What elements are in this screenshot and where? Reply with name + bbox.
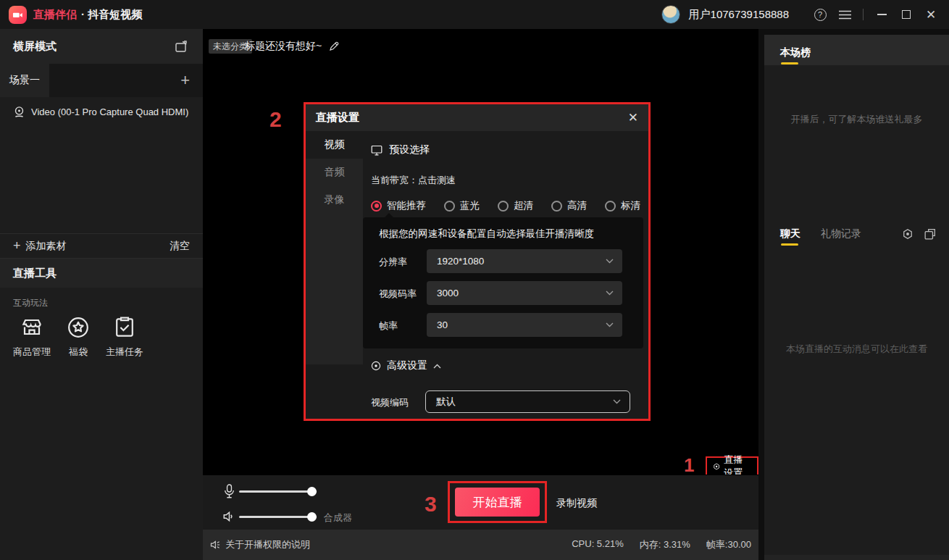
scene-tabs-row: 场景一 + <box>0 64 203 97</box>
bitrate-select[interactable]: 3000 <box>427 281 622 305</box>
tab-session-ranking[interactable]: 本场榜 <box>780 46 811 59</box>
tools-title: 直播工具 <box>13 267 57 280</box>
framerate-label: 帧率 <box>379 319 398 333</box>
radio-blu-ray[interactable]: 蓝光 <box>444 199 480 212</box>
scene-tab-1[interactable]: 场景一 <box>0 64 49 97</box>
chevron-down-icon <box>606 322 614 327</box>
radio-icon <box>444 201 455 212</box>
close-button[interactable]: ✕ <box>919 4 943 25</box>
tab-gift-record[interactable]: 礼物记录 <box>821 227 861 241</box>
minimize-button[interactable] <box>869 4 894 25</box>
resolution-select[interactable]: 1920*1080 <box>427 249 622 273</box>
controls-bar: 合成器 3 开始直播 录制视频 <box>203 475 758 530</box>
active-tab-underline <box>781 62 798 64</box>
left-sidebar: 横屏模式 场景一 + Video (00-1 Pro Capture Quad … <box>0 29 203 560</box>
maximize-button[interactable] <box>894 4 919 25</box>
chat-header: 聊天 礼物记录 <box>764 218 949 250</box>
webcam-icon <box>13 106 25 118</box>
clipboard-check-icon <box>112 315 137 340</box>
chevron-down-icon <box>606 291 614 296</box>
chevron-down-icon <box>606 259 614 264</box>
right-panel: 本场榜 开播后，可了解本场谁送礼最多 聊天 礼物记录 本场直播的互动消息可以在此… <box>764 29 949 560</box>
mixer-volume-slider[interactable] <box>239 516 317 518</box>
dialog-title: 直播设置 <box>316 111 359 125</box>
radio-ultra-clear[interactable]: 超清 <box>498 199 533 212</box>
title-bar: 直播伴侣 · 抖音短视频 用户1076739158888 ? ✕ <box>0 0 949 29</box>
tool-goods-manage[interactable]: 商品管理 <box>13 315 51 359</box>
app-name: 直播伴侣 <box>33 8 77 22</box>
mixer-label: 合成器 <box>324 511 352 525</box>
radio-high-clear[interactable]: 高清 <box>551 199 587 212</box>
dialog-title-bar: 直播设置 ✕ <box>306 104 648 131</box>
ranking-header: 本场榜 <box>764 35 949 65</box>
add-material-row: + 添加素材 清空 <box>0 233 203 259</box>
microphone-icon[interactable] <box>223 484 235 498</box>
dialog-tab-rail: 视频 音频 录像 <box>306 131 363 364</box>
add-material-button[interactable]: + 添加素材 <box>13 238 67 254</box>
bandwidth-label[interactable]: 当前带宽：点击测速 <box>371 174 456 187</box>
radio-icon <box>551 201 562 212</box>
app-subtitle: · 抖音短视频 <box>81 8 142 22</box>
radio-standard-clear[interactable]: 标清 <box>605 199 640 212</box>
rotate-screen-icon[interactable] <box>175 41 188 53</box>
memory-stat: 内存: 3.31% <box>640 538 690 551</box>
username[interactable]: 用户1076739158888 <box>689 8 789 22</box>
help-icon[interactable]: ? <box>808 4 832 25</box>
stream-title-row: 标题还没有想好~ <box>245 40 339 53</box>
framerate-select[interactable]: 30 <box>427 313 622 337</box>
preset-section-label: 预设选择 <box>389 143 430 156</box>
dialog-tab-audio[interactable]: 音频 <box>306 159 363 186</box>
plus-icon: + <box>13 238 21 254</box>
dialog-tab-record[interactable]: 录像 <box>306 186 363 214</box>
ranking-empty-text: 开播后，可了解本场谁送礼最多 <box>764 113 949 126</box>
preset-section-row: 预设选择 <box>371 143 430 156</box>
start-live-button[interactable]: 开始直播 <box>455 488 540 517</box>
dialog-close-icon[interactable]: ✕ <box>628 110 638 125</box>
resolution-label: 分辨率 <box>379 256 407 269</box>
tab-chat[interactable]: 聊天 <box>780 227 800 241</box>
app-window: 直播伴侣 · 抖音短视频 用户1076739158888 ? ✕ 横屏模式 场景… <box>0 0 949 560</box>
source-item[interactable]: Video (00-1 Pro Capture Quad HDMI) <box>0 101 203 122</box>
stream-title: 标题还没有想好~ <box>245 40 322 53</box>
status-bar: 关于开播权限的说明 CPU: 5.21% 内存: 3.31% 帧率:30.00 <box>203 530 758 560</box>
add-scene-icon[interactable]: + <box>180 71 190 90</box>
menu-icon[interactable] <box>832 4 857 25</box>
start-live-annotation-box: 开始直播 <box>448 481 547 523</box>
chat-empty-text: 本场直播的互动消息可以在此查看 <box>764 343 949 356</box>
record-video-button[interactable]: 录制视频 <box>556 497 597 510</box>
tool-lucky-bag[interactable]: 福袋 <box>59 315 97 359</box>
radio-icon <box>498 201 509 212</box>
encoder-select[interactable]: 默认 <box>425 390 630 413</box>
chevron-down-icon <box>613 399 621 404</box>
tools-row: 商品管理 福袋 主播任务 <box>13 315 143 359</box>
mic-volume-slider[interactable] <box>239 490 317 493</box>
auto-config-panel: 根据您的网速和设备配置自动选择最佳开播清晰度 分辨率 1920*1080 视频码… <box>363 217 643 348</box>
mode-header: 横屏模式 <box>0 29 203 64</box>
annotation-step-1: 1 <box>684 454 694 477</box>
gear-icon <box>713 461 720 472</box>
star-circle-icon <box>66 315 91 340</box>
user-avatar[interactable] <box>661 5 680 24</box>
radio-smart-recommend[interactable]: 智能推荐 <box>371 199 426 212</box>
source-label: Video (00-1 Pro Capture Quad HDMI) <box>31 106 188 117</box>
chevron-up-icon <box>433 364 441 369</box>
annotation-step-2: 2 <box>269 107 282 132</box>
advanced-settings-toggle[interactable]: 高级设置 <box>371 359 441 372</box>
dialog-tab-video[interactable]: 视频 <box>306 131 363 159</box>
speaker-icon[interactable] <box>222 510 235 523</box>
edit-pencil-icon[interactable] <box>329 41 339 51</box>
chat-settings-icon[interactable] <box>902 228 914 240</box>
live-settings-button[interactable]: 直播设置 <box>706 456 758 477</box>
quality-radio-group: 智能推荐 蓝光 超清 高清 标清 <box>371 199 640 212</box>
bitrate-label: 视频码率 <box>379 288 417 301</box>
mixer-slider-knob[interactable] <box>307 512 317 522</box>
ranking-panel: 本场榜 开播后，可了解本场谁送礼最多 <box>764 35 949 218</box>
popout-window-icon[interactable] <box>924 228 936 240</box>
announce-icon <box>210 540 221 550</box>
tool-anchor-task[interactable]: 主播任务 <box>106 315 143 359</box>
mic-slider-knob[interactable] <box>307 487 317 496</box>
clear-button[interactable]: 清空 <box>170 240 190 253</box>
fps-stat: 帧率:30.00 <box>706 538 751 551</box>
active-tab-underline <box>781 243 798 246</box>
permission-note-link[interactable]: 关于开播权限的说明 <box>210 538 310 551</box>
